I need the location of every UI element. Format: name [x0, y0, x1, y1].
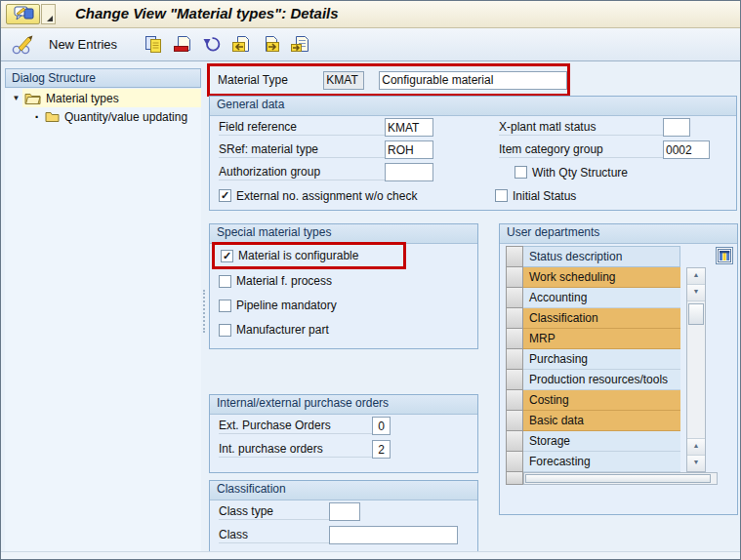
authorization-group-label: Authorization group	[219, 165, 385, 180]
ext-purchase-orders-field[interactable]	[372, 417, 391, 435]
row-selector[interactable]	[506, 390, 523, 411]
scroll-down-button-bottom[interactable]	[687, 455, 705, 471]
table-row[interactable]: Basic data	[506, 411, 680, 431]
row-selector[interactable]	[506, 267, 523, 288]
other-entry-button[interactable]	[287, 32, 312, 57]
material-f-process-checkbox[interactable]	[219, 275, 231, 288]
table-row[interactable]: Accounting	[506, 288, 680, 308]
delete-button[interactable]	[170, 32, 195, 57]
table-header-row: Status description	[506, 246, 733, 267]
authorization-group-field[interactable]	[385, 163, 433, 181]
closed-folder-icon	[45, 111, 60, 123]
material-type-label: Material Type	[218, 73, 323, 87]
row-selector[interactable]	[506, 288, 523, 308]
row-selector[interactable]	[506, 411, 523, 431]
table-row[interactable]: Storage	[506, 431, 680, 452]
material-f-process-label: Material f. process	[236, 274, 332, 288]
initial-status-checkbox[interactable]	[495, 189, 508, 202]
table-config-icon	[718, 249, 731, 262]
horizontal-scrollbar-thumb[interactable]	[525, 474, 711, 483]
scroll-down-button[interactable]	[687, 285, 705, 301]
table-configuration-button[interactable]	[716, 247, 733, 264]
status-description-cell[interactable]: Forecasting	[523, 452, 680, 472]
material-is-configurable-checkbox[interactable]	[221, 250, 233, 262]
application-toolbar: New Entries	[1, 28, 740, 61]
pipeline-mandatory-checkbox[interactable]	[219, 300, 231, 312]
table-row[interactable]: Forecasting	[506, 452, 680, 472]
copy-as-button[interactable]	[141, 32, 166, 57]
external-no-assignment-checkbox[interactable]	[219, 189, 231, 202]
table-row[interactable]: Production resources/tools	[506, 370, 680, 390]
class-type-field[interactable]	[329, 502, 360, 521]
field-reference-field[interactable]	[385, 118, 433, 137]
copy-as-icon	[144, 35, 163, 54]
section-header: Classification	[210, 481, 477, 500]
user-departments-section: User departments Status description Work…	[499, 223, 738, 515]
new-entries-button[interactable]: New Entries	[43, 33, 123, 56]
status-description-cell[interactable]: Purchasing	[523, 349, 680, 370]
open-folder-icon	[24, 92, 41, 104]
field-reference-label: Field reference	[219, 120, 385, 136]
bullet-icon	[31, 108, 43, 125]
tree-item-material-types[interactable]: Material types	[5, 89, 201, 107]
window-menu-dropdown[interactable]	[41, 4, 56, 24]
material-is-configurable-label: Material is configurable	[238, 249, 358, 262]
manufacturer-part-checkbox[interactable]	[219, 324, 231, 337]
row-selector[interactable]	[506, 308, 523, 329]
table-row[interactable]: MRP	[506, 329, 680, 349]
scroll-up-button[interactable]	[687, 268, 705, 285]
table-row[interactable]: Work scheduling	[506, 267, 680, 288]
row-selector[interactable]	[506, 370, 523, 390]
status-description-cell[interactable]: Work scheduling	[523, 267, 680, 288]
scroll-up-button-bottom[interactable]	[687, 438, 705, 455]
page-title: Change View "Material types": Details	[75, 1, 339, 26]
vertical-scrollbar[interactable]	[686, 267, 706, 472]
status-description-cell[interactable]: MRP	[523, 329, 680, 349]
select-all-corner-cell[interactable]	[506, 246, 523, 267]
table-row[interactable]: Classification	[506, 308, 680, 329]
class-field[interactable]	[329, 526, 458, 544]
next-entry-icon	[261, 35, 280, 54]
scrollbar-track[interactable]	[687, 327, 705, 438]
row-selector[interactable]	[506, 349, 523, 370]
table-row[interactable]: Purchasing	[506, 349, 680, 370]
expand-collapse-icon[interactable]	[10, 94, 22, 102]
int-purchase-orders-field[interactable]	[372, 440, 391, 459]
status-description-cell[interactable]: Classification	[523, 308, 680, 329]
status-description-cell[interactable]: Costing	[523, 390, 680, 411]
sap-window: Change View "Material types": Details Ne…	[0, 0, 741, 560]
undo-button[interactable]	[199, 32, 225, 57]
sidebar-splitter[interactable]	[203, 290, 205, 333]
row-selector[interactable]	[506, 452, 523, 472]
tree-item-quantity-value-updating[interactable]: Quantity/value updating	[5, 107, 201, 126]
with-qty-structure-checkbox[interactable]	[515, 166, 527, 179]
ext-purchase-orders-label: Ext. Purchase Orders	[219, 419, 372, 434]
status-description-column-header[interactable]: Status description	[523, 246, 680, 267]
previous-entry-icon	[231, 35, 251, 54]
xplant-matl-status-field[interactable]	[663, 118, 690, 137]
horizontal-scrollbar[interactable]	[506, 472, 727, 485]
next-entry-button[interactable]	[258, 32, 283, 57]
previous-entry-button[interactable]	[228, 32, 254, 57]
selected-tree-row[interactable]: Material types	[22, 89, 201, 107]
display-change-toggle-icon	[11, 34, 34, 56]
int-purchase-orders-label: Int. purchase orders	[219, 442, 372, 458]
scrollbar-thumb[interactable]	[688, 303, 704, 325]
horizontal-scrollbar-track[interactable]	[523, 472, 718, 485]
table-row[interactable]: Costing	[506, 390, 680, 411]
status-description-cell[interactable]: Storage	[523, 431, 680, 452]
item-category-group-field[interactable]	[663, 140, 710, 159]
section-header: User departments	[500, 224, 737, 244]
row-selector[interactable]	[506, 329, 523, 349]
window-menu-button[interactable]	[6, 4, 40, 24]
display-change-toggle-button[interactable]	[8, 31, 37, 59]
material-type-description-field[interactable]	[379, 71, 567, 90]
xplant-matl-status-label: X-plant matl status	[499, 120, 663, 136]
sref-material-type-field[interactable]	[385, 140, 433, 159]
status-description-cell[interactable]: Accounting	[523, 288, 680, 308]
material-type-code-field[interactable]	[323, 71, 364, 90]
status-description-cell[interactable]: Basic data	[523, 411, 680, 431]
row-selector[interactable]	[506, 431, 523, 452]
section-header: Special material types	[210, 224, 477, 244]
status-description-cell[interactable]: Production resources/tools	[523, 370, 680, 390]
